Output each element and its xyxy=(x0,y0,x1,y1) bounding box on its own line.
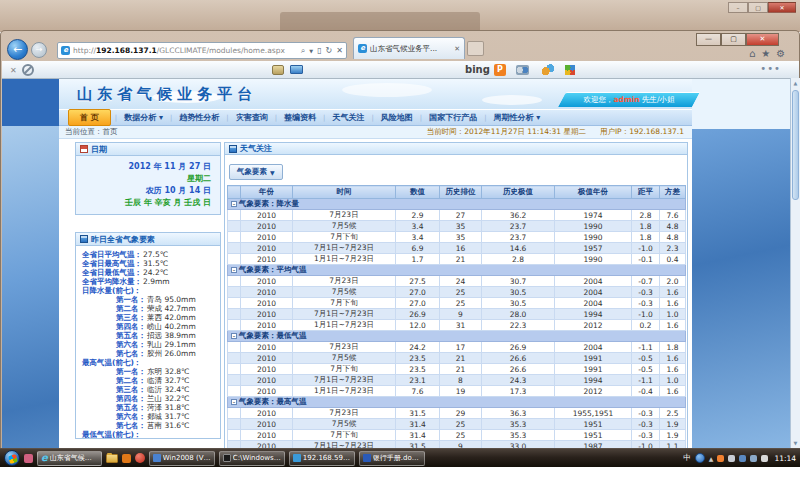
table-cell: 1991 xyxy=(555,353,632,364)
app-icon-1[interactable] xyxy=(516,65,529,75)
table-cell: 25 xyxy=(440,298,482,309)
start-button[interactable] xyxy=(4,450,20,466)
tray-flag-icon[interactable] xyxy=(728,455,735,462)
table-cell: 25 xyxy=(440,419,482,430)
home-icon[interactable]: ⌂ xyxy=(749,48,755,59)
scrollbar-thumb[interactable] xyxy=(792,90,799,200)
nav-item-periodic-analysis[interactable]: 周期性分析 ▾ xyxy=(493,112,540,123)
table-cell: 1991 xyxy=(555,364,632,375)
tray-volume-icon[interactable] xyxy=(761,455,768,462)
table-cell: 24.2 xyxy=(396,342,440,353)
tab-close-icon[interactable]: ✕ xyxy=(454,45,460,53)
sidebar-stat-line: 第五名：招远 38.9mm xyxy=(76,331,220,340)
bing-logo[interactable]: bing xyxy=(465,64,490,75)
language-indicator[interactable]: 中 xyxy=(683,453,691,463)
snip-icon[interactable] xyxy=(272,65,284,75)
browser-tab[interactable]: e 山东省气候业务平... ✕ xyxy=(353,37,465,59)
table-cell: 30.7 xyxy=(482,276,555,287)
element-filter-button[interactable]: 气象要素▼ xyxy=(229,164,283,180)
expand-box-icon[interactable]: – xyxy=(231,399,237,405)
sidebar-stat-line: 第四名：崂山 40.2mm xyxy=(76,322,220,331)
table-cell: 36.2 xyxy=(482,210,555,221)
expand-box-icon[interactable]: – xyxy=(231,267,237,273)
toolbar-close-icon[interactable]: ✕ xyxy=(10,66,17,75)
tray-network-icon[interactable] xyxy=(750,455,757,462)
maximize-button[interactable]: ▢ xyxy=(721,33,746,46)
table-cell: -1.1 xyxy=(632,342,660,353)
taskbar-clock[interactable]: 11:14 xyxy=(774,454,796,463)
more-options-icon[interactable]: ••• xyxy=(760,63,781,74)
forward-button[interactable]: → xyxy=(31,42,47,58)
nav-item-national-products[interactable]: 国家下行产品 xyxy=(429,112,477,123)
refresh-icon[interactable]: ↻ xyxy=(326,46,333,55)
table-cell: 24 xyxy=(440,276,482,287)
taskbar-button-2[interactable]: 192.168.59.99... xyxy=(289,451,355,466)
taskbar-button-0[interactable]: Win2008 (VS2... xyxy=(149,451,215,466)
stat-value: 27.5℃ xyxy=(143,250,168,259)
nav-item-trend-analysis[interactable]: 趋势性分析 xyxy=(179,112,219,123)
taskbar-ie-button[interactable]: e 山东省气候业务平... xyxy=(37,451,102,466)
nav-separator: | xyxy=(226,114,228,122)
table-group-row[interactable]: –气象要素：最低气温 xyxy=(228,331,686,342)
network-globe-icon[interactable] xyxy=(695,453,705,463)
scroll-up-icon[interactable]: ▲ xyxy=(791,78,800,88)
table-cell: 23.1 xyxy=(396,375,440,386)
tray-expand-icon[interactable]: ▲ xyxy=(709,455,714,462)
back-button[interactable]: ← xyxy=(7,39,28,60)
address-bar[interactable]: e http://192.168.137.1/GLCCLIMATE/module… xyxy=(57,42,347,59)
nav-item-home[interactable]: 首 页 xyxy=(68,109,111,126)
table-cell: 1.8 xyxy=(632,232,660,243)
close-button[interactable]: ✕ xyxy=(746,33,779,46)
nav-item-weather-watch[interactable]: 天气关注 xyxy=(332,112,364,123)
vertical-scrollbar[interactable]: ▲ ▼ xyxy=(790,78,800,448)
minimize-button[interactable]: — xyxy=(696,33,721,46)
tray-app-icon-orange[interactable] xyxy=(717,455,724,462)
nav-item-risk-map[interactable]: 风险地图 xyxy=(381,112,413,123)
stat-label: 第一名： xyxy=(116,295,146,304)
pinned-app-icon-2[interactable] xyxy=(122,454,131,463)
media-player-icon[interactable] xyxy=(135,453,145,463)
screen: – ▢ ✕ — ▢ ✕ ← → e http://192.168.137.1/G… xyxy=(0,0,800,500)
table-row: 20101月1日~7月23日1.7212.81990-0.10.4 xyxy=(228,254,686,265)
table-cell: 7月下旬 xyxy=(293,364,396,375)
taskbar-button-1[interactable]: C:\Windows\s... xyxy=(219,451,285,466)
app-icon-2[interactable] xyxy=(542,64,554,76)
nav-item-compiled-data[interactable]: 整编资料 xyxy=(284,112,316,123)
pinned-app-icon[interactable] xyxy=(24,454,33,463)
stat-value: 莒南 31.6℃ xyxy=(147,421,190,430)
row-checkbox-cell xyxy=(228,309,241,320)
table-group-row[interactable]: –气象要素：平均气温 xyxy=(228,265,686,276)
dropdown-arrow-icon[interactable]: ▼ xyxy=(309,48,313,54)
stop-icon[interactable]: ✕ xyxy=(336,46,343,55)
table-group-row[interactable]: –气象要素：最高气温 xyxy=(228,397,686,408)
table-group-row[interactable]: –气象要素：降水量 xyxy=(228,199,686,210)
app-icon-3[interactable] xyxy=(564,64,576,76)
mail-icon[interactable] xyxy=(290,65,303,74)
nav-separator: | xyxy=(484,114,486,122)
table-row: 20107月1日~7月23日6.91614.61957-1.02.3 xyxy=(228,243,686,254)
background-maximize-button[interactable]: ▢ xyxy=(748,2,768,13)
explorer-icon[interactable] xyxy=(106,454,118,463)
table-row: 20107月1日~7月23日26.9928.01994-1.01.0 xyxy=(228,309,686,320)
background-minimize-button[interactable]: – xyxy=(728,2,748,13)
nav-item-disaster-query[interactable]: 灾害查询 xyxy=(236,112,268,123)
new-tab-button[interactable] xyxy=(467,41,484,56)
window-icon xyxy=(153,454,161,462)
expand-box-icon[interactable]: – xyxy=(231,201,237,207)
scroll-down-icon[interactable]: ▼ xyxy=(791,438,800,448)
calendar-body: 2012 年 11 月 27 日星期二农历 10 月 14 日壬辰 年 辛亥 月… xyxy=(76,156,220,214)
background-close-button[interactable]: ✕ xyxy=(768,2,796,13)
compatibility-view-icon[interactable]: ▯ xyxy=(317,46,321,55)
tools-gear-icon[interactable]: ⚙ xyxy=(776,48,785,59)
search-icon[interactable]: ⌕ xyxy=(301,46,305,56)
expand-box-icon[interactable]: – xyxy=(231,333,237,339)
taskbar-button-3[interactable]: 银行手册.docx ... xyxy=(359,451,425,466)
table-row: 20107月下旬27.02530.52004-0.31.6 xyxy=(228,298,686,309)
sidebar-stat-line: 最高气温(前七)： xyxy=(76,358,220,367)
favorites-star-icon[interactable]: ★ xyxy=(761,48,770,59)
tray-display-icon[interactable] xyxy=(739,455,746,462)
p-badge-icon[interactable]: P xyxy=(494,64,506,76)
table-cell: 26.9 xyxy=(482,342,555,353)
nav-item-data-analysis[interactable]: 数据分析 ▾ xyxy=(124,112,163,123)
url-text[interactable]: http://192.168.137.1/GLCCLIMATE/modules/… xyxy=(73,46,301,55)
